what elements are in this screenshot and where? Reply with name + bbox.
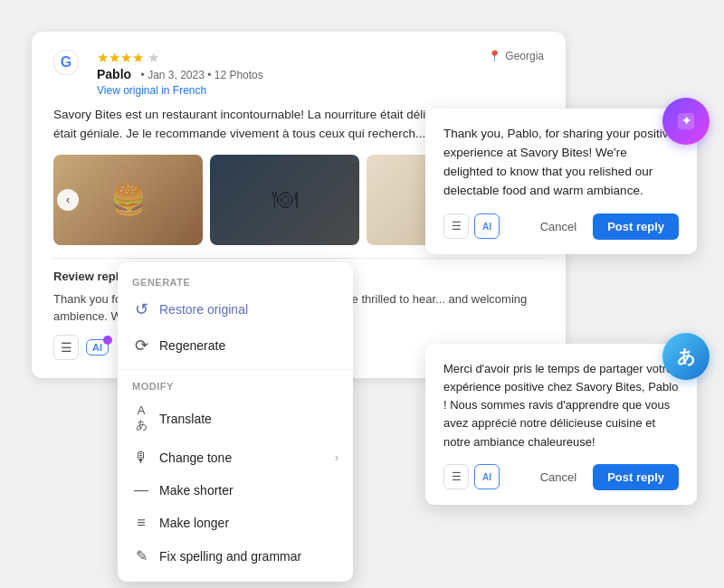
fix-spelling-label: Fix spelling and grammar [159, 549, 301, 564]
change-tone-arrow-icon: › [335, 451, 338, 464]
view-original-link[interactable]: View original in French [97, 84, 263, 97]
restore-icon: ↺ [132, 299, 150, 319]
make-longer-item[interactable]: ≡ Make longer [118, 507, 353, 539]
make-shorter-item-left: — Make shorter [132, 482, 233, 498]
popup-card-french: Merci d'avoir pris le temps de partager … [425, 344, 697, 505]
popup-top-icons: ☰ AI [443, 213, 500, 239]
generate-section-label: GENERATE [118, 271, 353, 291]
popup-top-cancel-button[interactable]: Cancel [531, 214, 586, 239]
translate-item-left: Aあ Translate [132, 403, 212, 433]
change-tone-item-left: 🎙 Change tone [132, 450, 232, 466]
popup-top-ai-btn[interactable]: AI [474, 213, 500, 239]
prev-photo-button[interactable]: ‹ [57, 189, 79, 211]
doc-icon-btn[interactable]: ☰ [53, 335, 79, 360]
regenerate-icon: ⟳ [132, 336, 150, 356]
regenerate-label: Regenerate [159, 338, 225, 353]
google-icon: G [53, 50, 79, 75]
fix-spelling-item[interactable]: ✎ Fix spelling and grammar [118, 539, 353, 573]
translate-icon: Aあ [132, 403, 150, 433]
fix-spelling-item-left: ✎ Fix spelling and grammar [132, 547, 301, 564]
popup-bottom-icons: ☰ AI [443, 464, 500, 489]
reviewer-name: Pablo [97, 67, 131, 81]
svg-text:G: G [61, 54, 71, 70]
make-longer-icon: ≡ [132, 515, 150, 531]
microphone-icon: 🎙 [132, 450, 150, 466]
ai-float-icon[interactable]: ✦ [662, 98, 710, 145]
ai-badge [103, 336, 112, 345]
popup-bottom-actions: ☰ AI Cancel Post reply [443, 464, 679, 490]
photo-1: ‹ 🍔 [53, 155, 203, 245]
restore-original-label: Restore original [159, 302, 248, 317]
popup-bottom-ai-btn[interactable]: AI [474, 464, 500, 489]
location-badge: 📍 Georgia [488, 50, 544, 62]
location-pin-icon: 📍 [488, 50, 501, 62]
regenerate-item-left: ⟳ Regenerate [132, 336, 225, 356]
modify-section-label: MODIFY [118, 375, 353, 395]
popup-french-text: Merci d'avoir pris le temps de partager … [443, 360, 679, 451]
translate-item[interactable]: Aあ Translate [118, 395, 353, 441]
change-tone-item[interactable]: 🎙 Change tone › [118, 441, 353, 474]
fix-spelling-icon: ✎ [132, 547, 150, 564]
popup-top-post-button[interactable]: Post reply [593, 213, 679, 240]
popup-bottom-post-button[interactable]: Post reply [593, 464, 679, 490]
review-meta: ★★★★★ Pablo • Jan 3, 2023 • 12 Photos Vi… [97, 50, 263, 97]
make-longer-label: Make longer [159, 516, 229, 530]
regenerate-item[interactable]: ⟳ Regenerate [118, 327, 353, 364]
make-longer-item-left: ≡ Make longer [132, 515, 229, 531]
popup-bottom-cancel-button[interactable]: Cancel [531, 465, 586, 489]
make-shorter-icon: — [132, 482, 150, 498]
popup-bottom-doc-btn[interactable]: ☰ [443, 464, 469, 489]
review-header: G ★★★★★ Pablo • Jan 3, 2023 • 12 Photos … [53, 50, 544, 97]
menu-divider-1 [118, 369, 353, 370]
translate-label: Translate [159, 412, 212, 426]
make-shorter-label: Make shorter [159, 483, 233, 498]
restore-original-item-left: ↺ Restore original [132, 299, 248, 319]
ai-button[interactable]: AI [86, 339, 109, 356]
svg-text:✦: ✦ [681, 114, 691, 128]
make-shorter-item[interactable]: — Make shorter [118, 474, 353, 507]
reviewer-info: • Jan 3, 2023 • 12 Photos [141, 69, 263, 81]
change-tone-label: Change tone [159, 450, 232, 465]
restore-original-item[interactable]: ↺ Restore original [118, 291, 353, 327]
popup-top-doc-btn[interactable]: ☰ [443, 213, 469, 239]
popup-top-actions: ☰ AI Cancel Post reply [443, 213, 679, 240]
photo-2: 🍽 [210, 155, 359, 245]
translate-float-icon[interactable]: あ [662, 333, 710, 380]
popup-card-english: Thank you, Pablo, for sharing your posit… [425, 109, 697, 254]
popup-english-text: Thank you, Pablo, for sharing your posit… [443, 125, 679, 201]
context-menu: GENERATE ↺ Restore original ⟳ Regenerate… [118, 262, 353, 582]
